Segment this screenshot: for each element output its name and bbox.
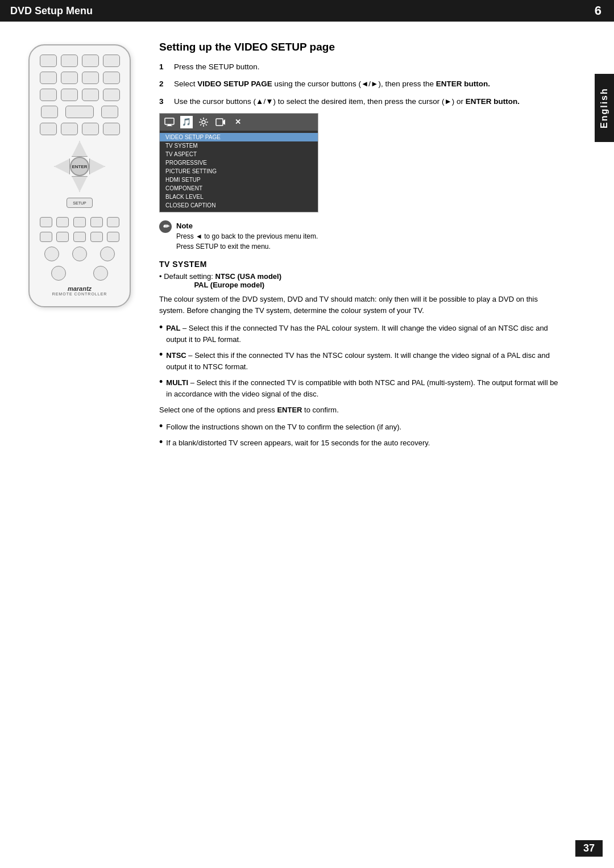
bullet-ntsc-text: NTSC – Select this if the connected TV h… bbox=[166, 350, 563, 373]
bullet-multi-text: MULTI – Select this if the connected TV … bbox=[166, 377, 563, 400]
dpad-left bbox=[54, 158, 70, 174]
menu-item: TV ASPECT bbox=[160, 150, 318, 158]
bullet-follow: • Follow the instructions shown on the T… bbox=[159, 422, 563, 433]
svg-rect-4 bbox=[216, 119, 223, 126]
bullet-dot: • bbox=[159, 421, 163, 433]
step-num-1: 1 bbox=[159, 61, 168, 73]
section-title: Setting up the VIDEO SETUP page bbox=[159, 41, 563, 53]
default-usa: NTSC (USA model) bbox=[215, 272, 282, 281]
bullet-blank: • If a blank/distorted TV screen appears… bbox=[159, 437, 563, 449]
tv-system-intro: The colour system of the DVD system, DVD… bbox=[159, 294, 563, 316]
chapter-number: 6 bbox=[592, 3, 604, 18]
menu-icon-video bbox=[214, 116, 227, 128]
enter-button: ENTER bbox=[70, 157, 89, 176]
remote-row-2 bbox=[38, 72, 122, 84]
remote-brand: marantz bbox=[38, 285, 122, 292]
menu-item: TV SYSTEM bbox=[160, 141, 318, 150]
menu-item: PROGRESSIVE bbox=[160, 158, 318, 167]
remote-btn bbox=[90, 217, 103, 227]
bullet-dot: • bbox=[159, 437, 163, 449]
bullet-dot: • bbox=[159, 377, 163, 400]
remote-row-4 bbox=[38, 106, 122, 118]
remote-btn bbox=[103, 89, 120, 101]
svg-point-3 bbox=[202, 120, 205, 124]
bullet-ntsc: • NTSC – Select this if the connected TV… bbox=[159, 350, 563, 373]
remote-btn bbox=[82, 89, 99, 101]
remote-row-7 bbox=[38, 232, 122, 242]
bullet-follow-text: Follow the instructions shown on the TV … bbox=[166, 422, 563, 433]
remote-illustration: ENTER SETUP bbox=[17, 44, 142, 453]
remote-btn bbox=[56, 217, 69, 227]
step-1: 1 Press the SETUP button. bbox=[159, 61, 563, 73]
remote-btn bbox=[82, 123, 99, 135]
main-content: ENTER SETUP bbox=[0, 22, 614, 465]
remote-btn bbox=[56, 232, 69, 242]
remote-circle-btn bbox=[100, 247, 115, 261]
menu-items-list: VIDEO SETUP PAGE TV SYSTEM TV ASPECT PRO… bbox=[160, 131, 318, 212]
step-num-2: 2 bbox=[159, 78, 168, 90]
menu-item: COMPONENT bbox=[160, 184, 318, 193]
note-icon: ✏ bbox=[159, 220, 172, 233]
remote-body: ENTER SETUP bbox=[28, 44, 131, 307]
dpad: ENTER bbox=[54, 141, 105, 192]
remote-btn bbox=[41, 106, 58, 118]
remote-btn bbox=[107, 232, 119, 242]
remote-sub-label: REMOTE CONTROLLER bbox=[38, 292, 122, 296]
remote-btn bbox=[103, 123, 120, 135]
remote-btn bbox=[61, 55, 78, 67]
step-2: 2 Select VIDEO SETUP PAGE using the curs… bbox=[159, 78, 563, 90]
remote-btn-wide bbox=[65, 106, 94, 118]
menu-item: HDMI SETUP bbox=[160, 176, 318, 184]
remote-btn bbox=[40, 232, 52, 242]
remote-circle-btn bbox=[93, 266, 108, 281]
svg-rect-0 bbox=[165, 118, 174, 124]
remote-circle-btn bbox=[72, 247, 87, 261]
tv-system-title: TV SYSTEM bbox=[159, 260, 563, 269]
remote-btn bbox=[101, 106, 118, 118]
step-text-2: Select VIDEO SETUP PAGE using the cursor… bbox=[174, 78, 563, 90]
page-number: 37 bbox=[575, 840, 603, 857]
menu-item-highlight: VIDEO SETUP PAGE bbox=[160, 133, 318, 141]
remote-row-5 bbox=[38, 123, 122, 135]
remote-btn bbox=[40, 217, 52, 227]
step-num-3: 3 bbox=[159, 96, 168, 107]
page-title: DVD Setup Menu bbox=[10, 5, 93, 17]
header-bar: DVD Setup Menu 6 bbox=[0, 0, 614, 22]
remote-btn bbox=[40, 55, 57, 67]
svg-rect-1 bbox=[168, 124, 171, 126]
bullet-blank-text: If a blank/distorted TV screen appears, … bbox=[166, 437, 563, 449]
remote-btn bbox=[61, 123, 78, 135]
menu-icon-monitor bbox=[163, 116, 176, 128]
remote-btn bbox=[61, 72, 78, 84]
menu-icon-settings bbox=[197, 116, 210, 128]
setup-button: SETUP bbox=[67, 198, 93, 208]
remote-btn bbox=[82, 55, 99, 67]
remote-btn bbox=[90, 232, 103, 242]
menu-item: PICTURE SETTING bbox=[160, 167, 318, 176]
remote-row-3 bbox=[38, 89, 122, 101]
dpad-right bbox=[89, 158, 105, 174]
remote-row-1 bbox=[38, 55, 122, 67]
step-text-1: Press the SETUP button. bbox=[174, 61, 563, 73]
dpad-up bbox=[72, 141, 88, 157]
language-tab: English bbox=[595, 74, 614, 142]
default-setting: • Default setting: NTSC (USA model) PAL … bbox=[159, 272, 563, 289]
remote-btn bbox=[61, 89, 78, 101]
svg-rect-2 bbox=[167, 126, 172, 126]
remote-circle-btn bbox=[44, 247, 59, 261]
remote-btn bbox=[40, 123, 57, 135]
note-content: Note Press ◄ to go back to the previous … bbox=[176, 220, 318, 252]
menu-item: CLOSED CAPTION bbox=[160, 201, 318, 210]
default-pal: PAL (Europe model) bbox=[194, 281, 264, 289]
bullet-pal: • PAL – Select this if the connected TV … bbox=[159, 323, 563, 345]
step-text-3: Use the cursor buttons (▲/▼) to select t… bbox=[174, 96, 563, 107]
remote-btn bbox=[40, 72, 57, 84]
remote-btn bbox=[73, 217, 86, 227]
note-text: Press ◄ to go back to the previous menu … bbox=[176, 231, 318, 252]
bullet-multi: • MULTI – Select this if the connected T… bbox=[159, 377, 563, 400]
confirm-text: Select one of the options and press ENTE… bbox=[159, 404, 563, 416]
menu-item: BLACK LEVEL bbox=[160, 193, 318, 201]
remote-circle-row bbox=[38, 247, 122, 261]
remote-btn bbox=[82, 72, 99, 84]
menu-screenshot: 🎵 ✕ VIDEO SETUP PAGE TV SYSTEM TV ASPECT… bbox=[159, 113, 318, 212]
